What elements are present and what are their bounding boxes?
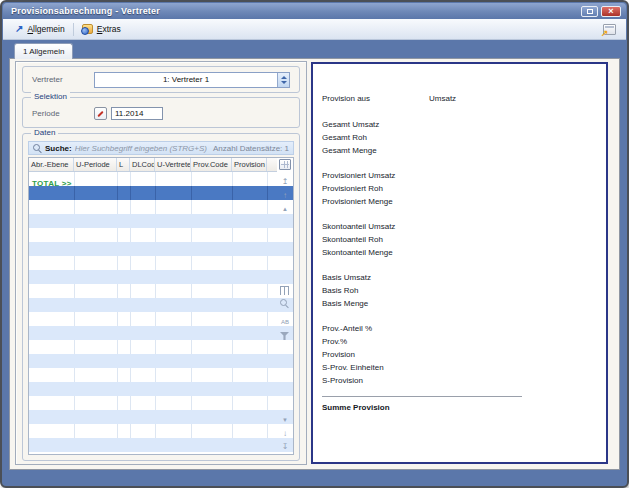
group-basis: Basis Umsatz Basis Roh Basis Menge (322, 271, 598, 310)
group-provisioniert: Provisioniert Umsatz Provisioniert Roh P… (322, 169, 598, 208)
vertreter-label: Vertreter (32, 75, 94, 84)
field-label: S-Prov. Einheiten (322, 361, 598, 374)
vertreter-combobox-value: 1: Vertreter 1 (95, 73, 277, 87)
summe-divider (322, 396, 522, 397)
field-label: Skontoanteil Umsatz (322, 220, 598, 233)
daten-groupbox: Daten Suche: Hier Suchbegriff eingeben (… (22, 133, 300, 461)
search-label: Suche: (45, 144, 72, 153)
summe-provision-label: Summe Provision (322, 403, 598, 412)
menu-item-allgemein[interactable]: ↗ Allgemein (9, 22, 71, 36)
grid-settings-button[interactable] (279, 159, 291, 170)
title-bar[interactable]: Provisionsabrechnung - Vertreter × (3, 3, 626, 19)
grid-empty-rows (29, 200, 293, 452)
grid-search-button[interactable] (280, 299, 289, 308)
selektion-title: Selektion (31, 92, 70, 102)
nav-page-up-icon: ↑ (283, 191, 287, 200)
calendar-pen-icon (97, 110, 103, 116)
field-label: Skontoanteil Menge (322, 246, 598, 259)
periode-picker-button[interactable] (94, 107, 107, 120)
grid-empty-row (29, 396, 293, 410)
left-panel: Vertreter 1: Vertreter 1 Selektion Perio… (15, 61, 307, 465)
field-label: Basis Menge (322, 297, 598, 310)
column-header-dlcode[interactable]: DLCode (130, 158, 155, 171)
grid-empty-row (29, 214, 293, 228)
provision-detail-panel: Provision aus Umsatz Gesamt Umsatz Gesam… (311, 62, 608, 464)
grid-search-bar[interactable]: Suche: Hier Suchbegriff eingeben (STRG+S… (28, 141, 294, 155)
grid-empty-row (29, 256, 293, 270)
grid-side-strip: ↥ ↑ ▲ AB ▼ ↓ ↧ (277, 158, 293, 454)
field-label: Gesamt Roh (322, 131, 598, 144)
group-provision: Prov.-Anteil % Prov.% Provision S-Prov. … (322, 322, 598, 387)
column-header-prov-code[interactable]: Prov.Code (191, 158, 232, 171)
field-label: Prov.% (322, 335, 598, 348)
grid-empty-row (29, 410, 293, 424)
vertreter-combobox[interactable]: 1: Vertreter 1 (94, 72, 290, 88)
group-gesamt: Gesamt Umsatz Gesamt Roh Gesamt Menge (322, 118, 598, 157)
restore-button[interactable] (581, 6, 598, 17)
grid-table-icon (281, 161, 289, 168)
field-label: Basis Umsatz (322, 271, 598, 284)
field-label: Gesamt Menge (322, 144, 598, 157)
column-header-u-vertreter[interactable]: U-Vertreter (155, 158, 191, 171)
field-label: Provision (322, 348, 598, 361)
nav-next-button[interactable]: ▼ (277, 417, 293, 424)
spinner-up-icon (281, 76, 287, 79)
export-arrow-icon: ↗ (601, 29, 609, 38)
grid-empty-row (29, 354, 293, 368)
grid-empty-row (29, 242, 293, 256)
column-chooser-button[interactable] (280, 286, 289, 295)
nav-first-button[interactable]: ↥ (277, 177, 293, 186)
close-icon: × (608, 7, 613, 16)
field-label: Gesamt Umsatz (322, 118, 598, 131)
menu-separator (73, 23, 74, 36)
group-skontoanteil: Skontoanteil Umsatz Skontoanteil Roh Sko… (322, 220, 598, 259)
grid-empty-row (29, 228, 293, 242)
periode-label: Periode (32, 109, 94, 118)
menu-label-extras: Extras (97, 24, 121, 34)
grid-search-input[interactable]: Hier Suchbegriff eingeben (STRG+S) (75, 144, 207, 153)
field-label: Provisioniert Menge (322, 195, 598, 208)
spinner-down-icon (281, 81, 287, 84)
column-header-l[interactable]: L (117, 158, 130, 171)
grid-empty-row (29, 326, 293, 340)
grid-row-total[interactable]: TOTAL >> (29, 172, 293, 186)
close-button[interactable]: × (601, 6, 621, 17)
grid-empty-row (29, 382, 293, 396)
window-title: Provisionsabrechnung - Vertreter (3, 6, 160, 16)
nav-last-button[interactable]: ↧ (277, 442, 293, 451)
filter-button[interactable] (280, 332, 289, 340)
grid-row-selected[interactable] (29, 186, 293, 200)
window-controls: × (581, 6, 626, 17)
provision-aus-label: Provision aus (322, 94, 370, 103)
field-label: Provisioniert Umsatz (322, 169, 598, 182)
grid-header: Abr.-Ebene U-Periode L DLCode U-Vertrete… (29, 158, 277, 172)
provision-aus-value: Umsatz (429, 92, 456, 105)
field-label: S-Provision (322, 374, 598, 387)
nav-prev-button[interactable]: ▲ (277, 206, 293, 213)
data-grid[interactable]: Abr.-Ebene U-Periode L DLCode U-Vertrete… (28, 157, 294, 455)
vertreter-spinner[interactable] (277, 73, 289, 87)
search-icon (33, 144, 42, 153)
grid-empty-row (29, 312, 293, 326)
periode-input[interactable]: 11.2014 (111, 107, 163, 120)
grid-body[interactable]: TOTAL >> (29, 172, 293, 454)
column-header-abr-ebene[interactable]: Abr.-Ebene (29, 158, 74, 171)
nav-page-down-icon: ↓ (283, 429, 287, 438)
column-header-trailing (267, 158, 277, 171)
total-label: TOTAL >> (29, 179, 72, 188)
tab-allgemein[interactable]: 1 Allgemein (14, 43, 73, 59)
nav-page-up-button[interactable]: ↑ (277, 191, 293, 200)
field-label: Provisioniert Roh (322, 182, 598, 195)
grid-empty-row (29, 200, 293, 214)
provision-aus-row: Provision aus Umsatz (322, 92, 598, 105)
daten-title: Daten (31, 128, 58, 138)
nav-page-down-button[interactable]: ↓ (277, 429, 293, 438)
sort-button[interactable]: AB (277, 319, 293, 326)
extras-icon (82, 24, 93, 34)
open-window-button[interactable]: ↗ (603, 24, 616, 35)
field-label: Skontoanteil Roh (322, 233, 598, 246)
column-header-u-periode[interactable]: U-Periode (74, 158, 117, 171)
column-header-provision[interactable]: Provision € (232, 158, 267, 171)
tab-strip: 1 Allgemein (3, 40, 626, 58)
menu-item-extras[interactable]: Extras (76, 22, 127, 36)
